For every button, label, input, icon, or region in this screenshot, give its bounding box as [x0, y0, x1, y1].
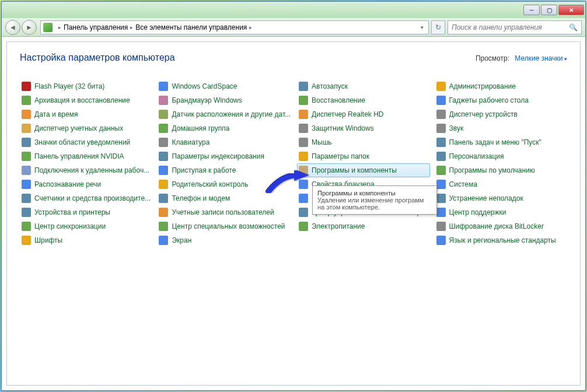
item-icon: [436, 138, 446, 147]
control-panel-item[interactable]: Брандмауэр Windows: [157, 93, 292, 107]
control-panel-item[interactable]: Шрифты: [20, 233, 152, 247]
item-label: Диспетчер Realtek HD: [312, 110, 383, 118]
back-button[interactable]: ◄: [5, 20, 20, 35]
control-panel-item[interactable]: Flash Player (32 бита): [20, 79, 152, 93]
item-label: Диспетчер устройств: [449, 110, 518, 118]
item-label: Программы по умолчанию: [449, 166, 535, 174]
item-label: Экран: [172, 236, 191, 244]
control-panel-item[interactable]: Родительский контроль: [157, 177, 292, 191]
item-label: Шифрование диска BitLocker: [449, 222, 544, 230]
item-label: Звук: [449, 124, 464, 132]
control-panel-item[interactable]: Диспетчер Realtek HD: [297, 107, 429, 121]
control-panel-item[interactable]: Программы и компоненты: [297, 163, 429, 177]
control-panel-item[interactable]: Диспетчер устройств: [435, 107, 567, 121]
item-label: Приступая к работе: [172, 166, 236, 174]
search-input[interactable]: [452, 23, 569, 32]
control-panel-item[interactable]: Дата и время: [20, 107, 152, 121]
control-panel-item[interactable]: Шифрование диска BitLocker: [435, 219, 567, 233]
control-panel-item[interactable]: Учетные записи пользователей: [157, 205, 292, 219]
item-icon: [159, 152, 168, 161]
control-panel-item[interactable]: Устройства и принтеры: [20, 205, 152, 219]
item-icon: [159, 222, 168, 231]
item-label: Система: [449, 180, 477, 188]
item-icon: [436, 222, 446, 231]
item-icon: [22, 110, 31, 119]
maximize-button[interactable]: ▢: [541, 5, 557, 15]
control-panel-item[interactable]: Автозапуск: [297, 79, 429, 93]
control-panel-item[interactable]: Устранение неполадок: [435, 191, 567, 205]
breadcrumb-root[interactable]: Панель управления: [64, 23, 128, 32]
item-label: Датчик расположения и другие дат...: [172, 110, 291, 118]
item-label: Параметры папок: [312, 152, 369, 160]
chevron-right-icon: ▸: [249, 24, 252, 30]
item-icon: [299, 166, 308, 175]
item-label: Язык и региональные стандарты: [449, 236, 556, 244]
view-mode-dropdown[interactable]: Мелкие значки: [515, 54, 567, 62]
item-icon: [22, 96, 31, 105]
breadcrumb-sub[interactable]: Все элементы панели управления: [135, 23, 247, 32]
control-panel-item[interactable]: Клавиатура: [157, 135, 292, 149]
item-icon: [299, 180, 308, 189]
item-icon: [159, 96, 168, 105]
item-icon: [436, 194, 446, 203]
control-panel-item[interactable]: Экран: [157, 233, 292, 247]
control-panel-item[interactable]: Персонализация: [435, 149, 567, 163]
item-icon: [299, 124, 308, 133]
item-icon: [436, 208, 446, 217]
control-panel-item[interactable]: Панель управления NVIDIA: [20, 149, 152, 163]
control-panel-item[interactable]: Гаджеты рабочего стола: [435, 93, 567, 107]
control-panel-item[interactable]: Центр специальных возможностей: [157, 219, 292, 233]
control-panel-item[interactable]: Датчик расположения и другие дат...: [157, 107, 292, 121]
item-label: Клавиатура: [172, 138, 209, 146]
control-panel-item[interactable]: Windows CardSpace: [157, 79, 292, 93]
control-panel-item[interactable]: Администрирование: [435, 79, 567, 93]
view-label: Просмотр:: [476, 54, 509, 62]
control-panel-item[interactable]: Язык и региональные стандарты: [435, 233, 567, 247]
control-panel-item[interactable]: Восстановление: [297, 93, 429, 107]
item-icon: [436, 180, 446, 189]
forward-button[interactable]: ►: [22, 20, 37, 35]
item-label: Родительский контроль: [172, 180, 248, 188]
control-panel-item[interactable]: Защитник Windows: [297, 121, 429, 135]
control-panel-item[interactable]: Параметры папок: [297, 149, 429, 163]
tooltip: Программы и компоненты Удаление или изме…: [312, 186, 437, 215]
control-panel-item[interactable]: Центр поддержки: [435, 205, 567, 219]
control-panel-item[interactable]: Распознавание речи: [20, 177, 152, 191]
control-panel-item[interactable]: Счетчики и средства производите...: [20, 191, 152, 205]
control-panel-item[interactable]: Подключения к удаленным рабоч...: [20, 163, 152, 177]
item-icon: [22, 166, 31, 175]
item-label: Электропитание: [312, 222, 365, 230]
search-icon[interactable]: 🔍: [569, 23, 578, 32]
item-label: Телефон и модем: [172, 194, 230, 202]
control-panel-item[interactable]: Программы по умолчанию: [435, 163, 567, 177]
item-icon: [159, 236, 168, 245]
item-icon: [159, 124, 168, 133]
control-panel-item[interactable]: Диспетчер учетных данных: [20, 121, 152, 135]
navbar: ◄ ► ▸ Панель управления ▸ Все элементы п…: [2, 18, 585, 37]
control-panel-item[interactable]: Архивация и восстановление: [20, 93, 152, 107]
item-label: Устройства и принтеры: [34, 208, 110, 216]
control-panel-item[interactable]: Приступая к работе: [157, 163, 292, 177]
chevron-right-icon: ▸: [58, 24, 61, 30]
item-icon: [22, 152, 31, 161]
control-panel-item[interactable]: Телефон и модем: [157, 191, 292, 205]
address-dropdown[interactable]: ▾: [418, 24, 426, 30]
control-panel-item[interactable]: Центр синхронизации: [20, 219, 152, 233]
address-bar[interactable]: ▸ Панель управления ▸ Все элементы панел…: [40, 20, 429, 34]
item-icon: [299, 194, 308, 203]
control-panel-item[interactable]: Звук: [435, 121, 567, 135]
control-panel-item[interactable]: Электропитание: [297, 219, 429, 233]
refresh-button[interactable]: ↻: [431, 20, 445, 34]
item-label: Мышь: [312, 138, 332, 146]
control-panel-item[interactable]: Домашняя группа: [157, 121, 292, 135]
control-panel-item[interactable]: Значки области уведомлений: [20, 135, 152, 149]
control-panel-item[interactable]: Параметры индексирования: [157, 149, 292, 163]
item-icon: [299, 110, 308, 119]
item-icon: [299, 222, 308, 231]
control-panel-item[interactable]: Система: [435, 177, 567, 191]
item-icon: [159, 208, 168, 217]
close-button[interactable]: ✕: [558, 5, 584, 15]
control-panel-item[interactable]: Мышь: [297, 135, 429, 149]
minimize-button[interactable]: ─: [523, 5, 540, 15]
control-panel-item[interactable]: Панель задач и меню "Пуск": [435, 135, 567, 149]
